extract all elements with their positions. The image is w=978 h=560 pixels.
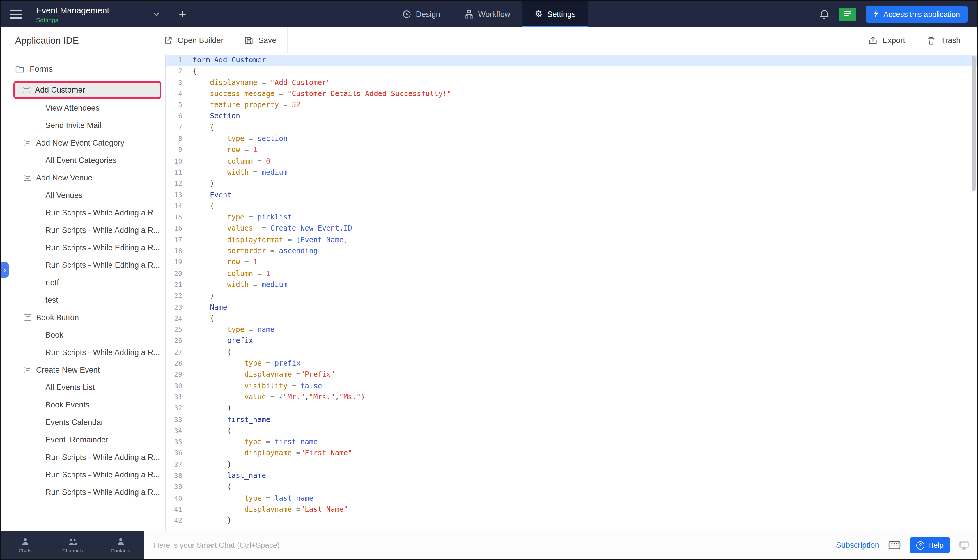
code-line-14[interactable]: 14 ( [166,201,977,212]
green-list-button[interactable] [839,8,856,21]
sidebar-item-create-new-event[interactable]: Create New Event [1,361,165,378]
code-line-9[interactable]: 9 row = 1 [166,145,977,156]
tab-workflow[interactable]: Workflow [453,1,523,27]
sidebar-item-run-scripts-while-adding-a-r[interactable]: Run Scripts - While Adding a R... [1,483,165,501]
code-line-26[interactable]: 26 prefix [166,336,977,347]
code-line-19[interactable]: 19 row = 1 [166,257,977,268]
code-line-24[interactable]: 24 ( [166,313,977,325]
sidebar-item-add-new-venue[interactable]: Add New Venue [1,169,165,186]
code-line-16[interactable]: 16 values = Create_New_Event.ID [166,223,977,235]
sidebar-item-test[interactable]: test [1,291,165,308]
code-line-30[interactable]: 30 visibility = false [166,380,977,392]
browser-window-icon[interactable] [960,541,969,549]
sidebar-item-run-scripts-while-editing-a-r[interactable]: Run Scripts - While Editing a R... [1,256,165,273]
sidebar-item-view-attendees[interactable]: View Attendees [1,99,165,117]
code-line-10[interactable]: 10 column = 0 [166,156,977,167]
sidebar-item-all-venues[interactable]: All Venues [1,186,165,204]
code-line-1[interactable]: 1form Add_Customer [166,55,977,66]
editor-scrollbar[interactable] [971,56,976,191]
notifications-bell-icon[interactable] [820,9,830,20]
subscription-link[interactable]: Subscription [836,541,879,550]
code-line-21[interactable]: 21 width = medium [166,279,977,291]
sidebar-item-add-new-event-category[interactable]: Add New Event Category [1,134,165,152]
sidebar-item-events-calendar[interactable]: Events Calendar [1,413,165,431]
sidebar-item-run-scripts-while-adding-a-r[interactable]: Run Scripts - While Adding a R... [1,466,165,483]
code-line-18[interactable]: 18 sortorder = ascending [166,246,977,257]
chat-tab-channels[interactable]: Channels [49,532,97,559]
app-switcher[interactable]: Event Management Settings [36,5,160,23]
code-line-27[interactable]: 27 ( [166,347,977,358]
code-line-42[interactable]: 42 ) [166,515,977,527]
code-line-28[interactable]: 28 type = prefix [166,358,977,369]
code-line-15[interactable]: 15 type = picklist [166,212,977,223]
sidebar-item-run-scripts-while-editing-a-r[interactable]: Run Scripts - While Editing a R... [1,239,165,256]
code-line-13[interactable]: 13 Event [166,190,977,201]
line-number: 20 [166,268,182,279]
help-button[interactable]: ? Help [910,537,950,553]
code-line-12[interactable]: 12 ) [166,178,977,190]
sidebar-folder-forms[interactable]: Forms [1,60,165,77]
open-builder-button[interactable]: Open Builder [153,27,234,53]
code-line-22[interactable]: 22 ) [166,290,977,302]
chat-tab-contacts[interactable]: Contacts [97,532,144,559]
sidebar-item-run-scripts-while-adding-a-r[interactable]: Run Scripts - While Adding a R... [1,448,165,466]
toolbar-right-group: Export Trash [858,27,977,53]
code-line-40[interactable]: 40 type = last_name [166,493,977,504]
code-line-38[interactable]: 38 last_name [166,470,977,482]
code-line-2[interactable]: 2{ [166,66,977,77]
sidebar-item-send-invite-mail[interactable]: Send Invite Mail [1,117,165,134]
list-icon [844,10,852,18]
chat-tab-chats[interactable]: Chats [1,532,49,559]
code-line-41[interactable]: 41 displayname ="Last Name" [166,504,977,515]
sidebar-item-run-scripts-while-adding-a-r[interactable]: Run Scripts - While Adding a R... [1,221,165,239]
code-line-17[interactable]: 17 displayformat = [Event_Name] [166,235,977,246]
access-application-button[interactable]: Access this application [866,6,968,23]
save-button[interactable]: Save [234,27,287,53]
sidebar-item-label: Run Scripts - While Adding a R... [45,470,160,479]
sidebar-item-all-events-list[interactable]: All Events List [1,378,165,396]
export-button[interactable]: Export [858,27,916,53]
sidebar-item-add-customer[interactable]: Add Customer [13,81,161,99]
sidebar-item-run-scripts-while-adding-a-r[interactable]: Run Scripts - While Adding a R... [1,204,165,221]
code-line-33[interactable]: 33 first_name [166,414,977,425]
sidebar-item-rtetf[interactable]: rtetf [1,273,165,291]
code-line-4[interactable]: 4 success message = "Customer Details Ad… [166,88,977,100]
sidebar-item-run-scripts-while-adding-a-r[interactable]: Run Scripts - While Adding a R... [1,343,165,361]
sidebar-item-all-event-categories[interactable]: All Event Categories [1,152,165,169]
code-line-8[interactable]: 8 type = section [166,133,977,145]
code-line-34[interactable]: 34 ( [166,425,977,437]
trash-button[interactable]: Trash [916,27,971,53]
save-icon [245,36,253,45]
code-line-3[interactable]: 3 displayname = "Add Customer" [166,77,977,88]
line-number: 11 [166,167,182,178]
code-text: success message = "Customer Details Adde… [182,88,451,100]
sidebar-item-event-remainder[interactable]: Event_Remainder [1,431,165,448]
code-line-32[interactable]: 32 ) [166,403,977,414]
code-line-36[interactable]: 36 displayname ="First Name" [166,448,977,459]
code-text: type = last_name [182,493,313,504]
tab-settings[interactable]: ⚙ Settings [523,1,588,27]
code-line-5[interactable]: 5 feature property = 32 [166,100,977,111]
add-new-application-button[interactable]: + [174,8,191,21]
code-line-20[interactable]: 20 column = 1 [166,268,977,279]
code-text: type = first_name [182,437,318,448]
smart-chat-input[interactable] [154,541,802,550]
code-line-35[interactable]: 35 type = first_name [166,437,977,448]
code-line-23[interactable]: 23 Name [166,302,977,313]
keyboard-icon[interactable] [889,541,901,550]
code-line-11[interactable]: 11 width = medium [166,167,977,178]
code-line-7[interactable]: 7 ( [166,122,977,133]
code-editor[interactable]: 1form Add_Customer2{3 displayname = "Add… [166,54,977,531]
sidebar-expand-handle[interactable]: › [1,262,9,278]
code-line-6[interactable]: 6 Section [166,111,977,122]
hamburger-menu-icon[interactable] [10,10,22,18]
tab-design[interactable]: Design [390,1,452,27]
code-line-25[interactable]: 25 type = name [166,324,977,336]
sidebar-item-book[interactable]: Book [1,326,165,343]
code-line-39[interactable]: 39 ( [166,482,977,493]
sidebar-item-book-events[interactable]: Book Events [1,396,165,413]
sidebar-item-book-button[interactable]: Book Button [1,308,165,326]
code-line-31[interactable]: 31 value = {"Mr.","Mrs.","Ms."} [166,392,977,403]
code-line-29[interactable]: 29 displayname ="Prefix" [166,369,977,381]
code-line-37[interactable]: 37 ) [166,459,977,470]
